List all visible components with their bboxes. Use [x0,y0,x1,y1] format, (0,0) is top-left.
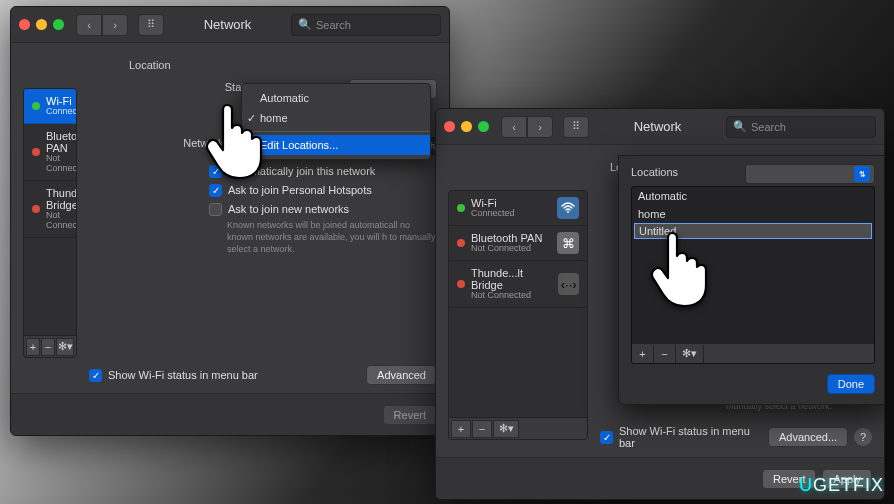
show-status-checkbox[interactable]: ✓ [600,431,613,444]
personal-hotspot-row[interactable]: ✓ Ask to join Personal Hotspots [209,184,437,197]
advanced-button[interactable]: Advanced [366,365,437,385]
status-dot-icon [457,280,465,288]
location-dropdown-menu: Automatic home Edit Locations... [241,83,431,160]
traffic-lights [19,19,64,30]
main-panel: Location Automatic home Edit Locations..… [77,43,449,393]
forward-button[interactable]: › [527,116,553,138]
newnet-label: Ask to join new networks [228,203,349,215]
menu-separator [242,131,430,132]
sheet-stepper[interactable]: ⇅ [745,164,875,184]
advanced-button[interactable]: Advanced... [768,427,848,447]
status-dot-icon [457,239,465,247]
checkbox-icon [209,203,222,216]
known-networks-hint: Known networks will be joined automatica… [227,220,437,255]
nav-group: ‹ › [501,116,553,138]
network-window-1: ‹ › ⠿ Network 🔍 Search Wi-Fi Connected [10,6,450,436]
sidebar-item-status: Not Connected [471,291,552,301]
wifi-icon [557,197,579,219]
show-status-checkbox[interactable]: ✓ [89,369,102,382]
listbox-footer: + − ✻▾ [632,343,874,363]
close-dot[interactable] [444,121,455,132]
location-row-home[interactable]: home [632,205,874,223]
remove-location-button[interactable]: − [654,345,676,363]
done-button[interactable]: Done [827,374,875,394]
location-label: Location [129,59,171,71]
show-status-label: Show Wi-Fi status in menu bar [619,425,768,449]
watermark-text: GETFIX [813,475,884,495]
search-placeholder: Search [751,121,786,133]
add-location-button[interactable]: + [632,345,654,363]
location-row-automatic[interactable]: Automatic [632,187,874,205]
grid-view-button[interactable]: ⠿ [138,14,164,36]
remove-interface-button[interactable]: − [472,420,492,438]
add-interface-button[interactable]: + [451,420,471,438]
autojoin-row[interactable]: ✓ Automatically join this network [209,165,437,178]
close-dot[interactable] [19,19,30,30]
sheet-buttons: Done [631,374,875,394]
status-dot-icon [457,204,465,212]
sidebar-item-label: Thunde...lt Bridge [471,267,552,291]
interface-sidebar: Wi-Fi Connected Bluetooth PAN Not Connec… [448,190,588,440]
back-button[interactable]: ‹ [76,14,102,36]
minimize-dot[interactable] [461,121,472,132]
sidebar-item-label: Thunde...lt Bridge [46,187,77,211]
traffic-lights [444,121,489,132]
svg-point-1 [567,211,569,213]
sidebar-item-bluetooth[interactable]: Bluetooth PAN Not Connected ⌘ [24,124,76,181]
revert-button[interactable]: Revert [383,405,437,425]
edit-locations-menuitem[interactable]: Edit Locations... [242,135,430,155]
location-option-automatic[interactable]: Automatic [242,88,430,108]
sidebar-item-thunderbolt[interactable]: Thunde...lt Bridge Not Connected ‹··› [24,181,76,238]
sidebar-item-wifi[interactable]: Wi-Fi Connected [449,191,587,226]
minimize-dot[interactable] [36,19,47,30]
search-icon: 🔍 [733,120,747,133]
sidebar-item-status: Connected [471,209,515,219]
location-option-home[interactable]: home [242,108,430,128]
add-interface-button[interactable]: + [26,338,40,356]
sidebar-item-bluetooth[interactable]: Bluetooth PAN Not Connected ⌘ [449,226,587,261]
sidebar-item-status: Not Connected [46,154,77,174]
sidebar-item-wifi[interactable]: Wi-Fi Connected [24,89,76,124]
search-field[interactable]: 🔍 Search [726,116,876,138]
titlebar: ‹ › ⠿ Network 🔍 Search [11,7,449,43]
search-placeholder: Search [316,19,351,31]
sidebar-item-status: Not Connected [46,211,77,231]
remove-interface-button[interactable]: − [41,338,55,356]
sidebar-item-label: Bluetooth PAN [46,130,77,154]
window-title: Network [595,119,720,134]
search-field[interactable]: 🔍 Search [291,14,441,36]
watermark: UGETFIX [799,475,884,496]
checkbox-icon: ✓ [209,184,222,197]
back-button[interactable]: ‹ [501,116,527,138]
interface-sidebar: Wi-Fi Connected Bluetooth PAN Not Connec… [23,88,77,358]
nav-group: ‹ › [76,14,128,36]
forward-button[interactable]: › [102,14,128,36]
zoom-dot[interactable] [478,121,489,132]
ask-new-networks-row[interactable]: Ask to join new networks [209,203,437,216]
network-window-2: ‹ › ⠿ Network 🔍 Search Wi-Fi Connected [435,108,885,500]
location-row-editing[interactable]: Untitled [634,223,872,239]
hotspot-label: Ask to join Personal Hotspots [228,184,372,196]
window-bottom-bar: Revert [11,393,449,435]
zoom-dot[interactable] [53,19,64,30]
status-dot-icon [32,205,40,213]
titlebar: ‹ › ⠿ Network 🔍 Search [436,109,884,145]
action-menu-button[interactable]: ✻▾ [56,338,74,356]
chevron-updown-icon: ⇅ [854,166,870,182]
sidebar-item-status: Not Connected [471,244,542,254]
sidebar-item-thunderbolt[interactable]: Thunde...lt Bridge Not Connected ‹··› [449,261,587,308]
checkbox-icon: ✓ [209,165,222,178]
grid-view-button[interactable]: ⠿ [563,116,589,138]
status-dot-icon [32,102,40,110]
window-title: Network [170,17,285,32]
bluetooth-icon: ⌘ [557,232,579,254]
main-panel: Loc Turn Wi-Fi Off and has the IP ⇅ n th… [588,145,884,457]
locations-sheet: Locations ⇅ Automatic home Untitled + − … [618,155,885,405]
window-body: Wi-Fi Connected Bluetooth PAN Not Connec… [436,145,884,457]
location-row: Location [129,59,437,71]
sidebar-footer: + − ✻▾ [24,335,76,357]
locations-listbox: Automatic home Untitled + − ✻▾ [631,186,875,364]
location-action-button[interactable]: ✻▾ [676,345,704,363]
action-menu-button[interactable]: ✻▾ [493,420,519,438]
help-button[interactable]: ? [854,428,872,446]
